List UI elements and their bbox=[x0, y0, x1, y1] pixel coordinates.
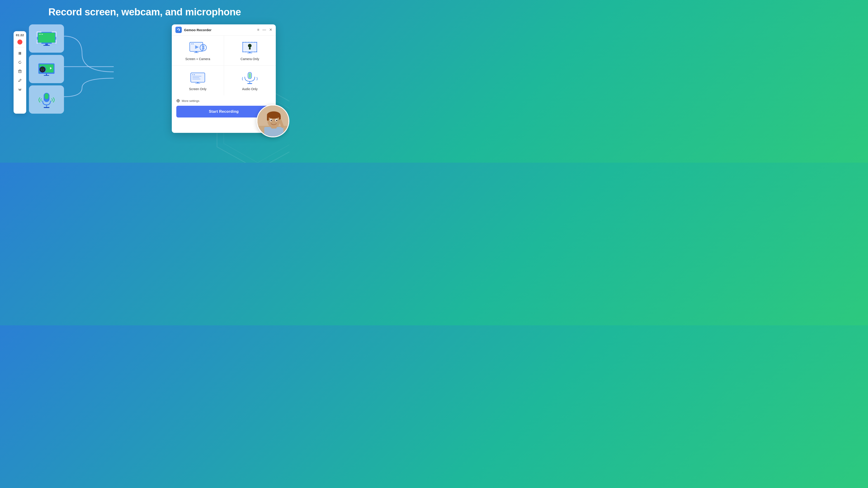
svg-point-82 bbox=[178, 100, 179, 101]
screen-camera-svg bbox=[189, 40, 207, 55]
recording-mode-grid: Screen + Camera bbox=[172, 35, 276, 95]
svg-rect-44 bbox=[202, 48, 204, 50]
svg-rect-34 bbox=[44, 75, 49, 76]
svg-point-62 bbox=[254, 51, 255, 52]
svg-point-97 bbox=[271, 120, 272, 121]
svg-point-58 bbox=[242, 51, 243, 52]
svg-point-54 bbox=[248, 42, 249, 43]
toolbar-divider-1 bbox=[16, 47, 24, 47]
svg-point-61 bbox=[251, 51, 252, 52]
svg-point-59 bbox=[246, 51, 246, 52]
screen-only-icon bbox=[189, 71, 207, 85]
svg-rect-38 bbox=[43, 107, 50, 108]
restart-button[interactable] bbox=[17, 59, 23, 66]
svg-rect-73 bbox=[192, 77, 199, 78]
audio-only-option[interactable]: Audio Only bbox=[224, 66, 276, 95]
stop-button[interactable] bbox=[18, 39, 22, 44]
screen-only-svg bbox=[189, 70, 207, 85]
recording-toolbar: 01:22 bbox=[13, 31, 26, 113]
draw-button[interactable] bbox=[17, 77, 23, 84]
camera-only-icon bbox=[241, 41, 259, 55]
svg-point-56 bbox=[254, 42, 255, 43]
svg-rect-31 bbox=[42, 70, 43, 71]
trash-icon bbox=[18, 70, 22, 73]
svg-point-64 bbox=[248, 44, 252, 47]
settings-icon bbox=[176, 99, 180, 103]
svg-rect-72 bbox=[192, 76, 202, 76]
svg-point-57 bbox=[256, 42, 257, 43]
pause-icon bbox=[18, 52, 22, 55]
mode-cards-container bbox=[29, 24, 64, 113]
svg-point-20 bbox=[39, 34, 39, 35]
audio-only-svg bbox=[241, 70, 259, 85]
audio-only-label: Audio Only bbox=[242, 87, 257, 91]
svg-rect-49 bbox=[194, 52, 198, 53]
menu-button[interactable]: ≡ bbox=[257, 28, 259, 32]
svg-rect-36 bbox=[44, 93, 49, 99]
svg-rect-80 bbox=[249, 73, 251, 78]
svg-point-43 bbox=[202, 45, 204, 48]
start-recording-button[interactable]: Start Recording bbox=[176, 106, 271, 118]
svg-rect-69 bbox=[191, 73, 204, 81]
svg-rect-23 bbox=[45, 43, 48, 45]
svg-rect-93 bbox=[267, 115, 269, 121]
svg-point-21 bbox=[40, 34, 41, 35]
camera-only-option[interactable]: Camera Only bbox=[224, 35, 276, 65]
left-section: 01:22 bbox=[13, 24, 102, 113]
svg-rect-3 bbox=[20, 52, 21, 55]
pause-button[interactable] bbox=[17, 50, 23, 57]
svg-rect-79 bbox=[248, 83, 252, 84]
svg-rect-4 bbox=[19, 70, 21, 73]
svg-rect-13 bbox=[37, 32, 37, 37]
close-button[interactable]: ✕ bbox=[269, 28, 272, 32]
svg-rect-2 bbox=[19, 52, 20, 55]
screen-camera-option[interactable]: Screen + Camera bbox=[172, 35, 224, 65]
screen-only-option[interactable]: Screen Only bbox=[172, 66, 224, 95]
screen-camera-label: Screen + Camera bbox=[185, 57, 210, 61]
app-logo bbox=[176, 27, 182, 33]
svg-point-71 bbox=[194, 74, 195, 75]
camera-only-svg bbox=[241, 40, 259, 55]
window-controls: ≡ — ✕ bbox=[257, 28, 272, 32]
svg-rect-76 bbox=[195, 83, 200, 84]
minimize-button[interactable]: — bbox=[262, 28, 266, 32]
svg-point-63 bbox=[256, 51, 257, 52]
collapse-button[interactable] bbox=[17, 86, 23, 93]
svg-point-46 bbox=[191, 43, 192, 44]
main-content: 01:22 bbox=[0, 22, 289, 133]
webcam-person bbox=[257, 105, 289, 137]
svg-rect-15 bbox=[56, 32, 56, 37]
svg-rect-17 bbox=[37, 43, 41, 43]
svg-rect-33 bbox=[46, 74, 47, 75]
more-settings-label: More settings bbox=[182, 99, 199, 103]
svg-point-30 bbox=[41, 67, 44, 70]
webcam-preview bbox=[256, 105, 289, 137]
pencil-icon bbox=[18, 78, 22, 82]
audio-mode-card[interactable] bbox=[29, 86, 64, 113]
collapse-icon bbox=[18, 88, 22, 91]
svg-rect-19 bbox=[52, 43, 56, 43]
svg-point-22 bbox=[42, 34, 43, 35]
screen-only-label: Screen Only bbox=[189, 87, 206, 91]
app-title: Gemoo Recorder bbox=[184, 28, 255, 32]
svg-rect-74 bbox=[192, 78, 200, 79]
spacer bbox=[64, 24, 102, 113]
camera-mode-card[interactable] bbox=[29, 55, 64, 83]
mic-card-icon bbox=[37, 90, 56, 109]
svg-rect-65 bbox=[249, 47, 251, 50]
page-title: Record screen, webcam, and microphone bbox=[0, 0, 289, 22]
camera-card-icon bbox=[36, 61, 57, 77]
app-titlebar: Gemoo Recorder ≡ — ✕ bbox=[172, 24, 276, 35]
more-settings-button[interactable]: More settings bbox=[176, 99, 271, 103]
screen-mode-card[interactable] bbox=[29, 24, 64, 53]
svg-point-47 bbox=[193, 43, 194, 44]
svg-point-70 bbox=[192, 74, 193, 75]
gemoo-logo-icon bbox=[177, 28, 181, 32]
svg-point-92 bbox=[267, 111, 281, 119]
svg-point-52 bbox=[242, 42, 243, 43]
screen-card-icon bbox=[35, 30, 58, 47]
audio-only-icon bbox=[241, 71, 259, 85]
delete-button[interactable] bbox=[17, 68, 23, 74]
timer-display: 01:22 bbox=[16, 33, 24, 37]
restart-icon bbox=[18, 61, 22, 64]
